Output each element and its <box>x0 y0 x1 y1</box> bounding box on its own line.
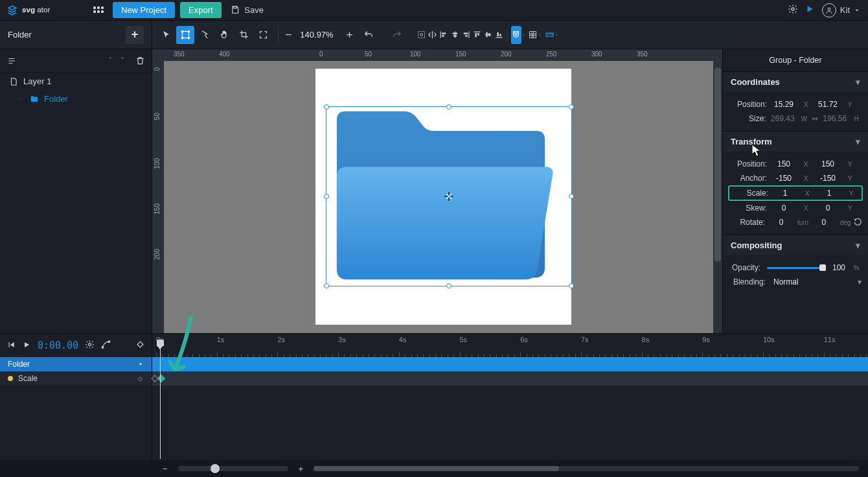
main-area: ˅ ˄ Layer 1 Folder 350400050100150200250… <box>0 49 868 333</box>
logo[interactable]: svgator <box>6 5 67 16</box>
coordinates-header[interactable]: Coordinates▾ <box>723 72 868 92</box>
collapse-down-icon[interactable]: ˅ <box>104 56 117 65</box>
play-button[interactable] <box>22 340 31 351</box>
svg-point-11 <box>420 34 423 36</box>
chevron-down-icon[interactable] <box>522 32 525 38</box>
tr-anchor-y[interactable]: -150 <box>814 174 842 183</box>
coord-pos-x[interactable]: 15.29 <box>770 100 798 109</box>
canvas-vertical-scrollbar[interactable] <box>713 61 722 333</box>
timeline-settings-icon[interactable] <box>85 340 95 351</box>
track-body-folder[interactable] <box>152 357 868 371</box>
anchor-cross-icon <box>444 192 453 201</box>
timeline-ruler[interactable]: 0s1s2s3s4s5s6s7s8s9s10s11s <box>152 334 868 357</box>
layer-row-layer1[interactable]: Layer 1 <box>0 73 152 90</box>
zoom-in-button[interactable] <box>340 26 358 44</box>
snap-magnet-icon[interactable] <box>511 26 521 44</box>
fit-tool[interactable] <box>254 26 272 44</box>
align-bottom-icon[interactable] <box>494 26 504 44</box>
keyframe-solid[interactable] <box>157 375 166 383</box>
tr-rot-turn[interactable]: 0 <box>768 218 795 227</box>
zoom-out-tl[interactable]: − <box>163 464 168 474</box>
track-body-scale[interactable] <box>152 371 868 386</box>
play-preview-icon[interactable] <box>801 5 818 16</box>
collapse-up-icon[interactable]: ˄ <box>117 56 129 65</box>
pan-tool[interactable] <box>215 26 233 44</box>
chevron-down-icon[interactable] <box>555 32 558 38</box>
coord-size-h[interactable]: 196.56 <box>821 114 849 123</box>
tr-pos-y[interactable]: 150 <box>814 159 842 169</box>
coord-size-w[interactable]: 269.43 <box>769 114 797 123</box>
go-start-button[interactable] <box>6 340 16 351</box>
flip-h-icon[interactable] <box>428 26 437 44</box>
zoom-value[interactable]: 140.97% <box>294 30 339 40</box>
tr-anchor-x[interactable]: -150 <box>770 174 798 183</box>
tr-skew-x[interactable]: 0 <box>770 204 798 213</box>
svg-rect-27 <box>496 37 503 38</box>
playhead[interactable] <box>160 345 161 459</box>
align-top-icon[interactable] <box>472 26 482 44</box>
top-bar: svgator New Project Export Save Kit <box>0 0 868 21</box>
ruler-icon[interactable] <box>544 26 554 44</box>
svg-point-32 <box>102 347 104 349</box>
selection-box[interactable] <box>326 106 572 286</box>
grid-icon[interactable] <box>528 26 538 44</box>
zoom-out-button[interactable] <box>278 26 293 44</box>
undo-button[interactable] <box>360 26 378 44</box>
coord-pos-y[interactable]: 51.72 <box>814 100 842 109</box>
svg-point-3 <box>792 8 794 10</box>
tr-scale-x[interactable]: 1 <box>771 189 799 198</box>
new-project-button[interactable]: New Project <box>113 2 175 18</box>
transform-header[interactable]: Transform▾ <box>723 132 868 152</box>
tr-skew-y[interactable]: 0 <box>814 204 842 213</box>
tr-pos-x[interactable]: 150 <box>770 159 798 169</box>
svg-rect-21 <box>474 32 481 32</box>
add-layer-button[interactable]: + <box>126 26 144 44</box>
timeline-zoom-slider[interactable] <box>178 466 288 471</box>
easing-icon[interactable] <box>101 340 111 351</box>
opacity-slider[interactable] <box>767 267 823 269</box>
chevron-down-icon[interactable] <box>538 32 541 38</box>
align-center-icon[interactable] <box>450 26 460 44</box>
compositing-header[interactable]: Compositing▾ <box>723 235 868 255</box>
keyframe-toggle-icon[interactable] <box>135 340 145 351</box>
canvas[interactable]: 350400050100150200250300350 050100150200 <box>152 49 722 333</box>
user-menu[interactable]: Kit <box>822 3 860 17</box>
snap-object-icon[interactable] <box>417 26 426 44</box>
rotate-handle-icon[interactable] <box>853 218 862 227</box>
zoom-in-tl[interactable]: + <box>299 464 304 474</box>
timeline-horizontal-scrollbar[interactable] <box>314 466 859 471</box>
timeline-time[interactable]: 0:00.00 <box>38 340 78 351</box>
node-tool[interactable] <box>196 26 214 44</box>
tr-scale-y[interactable]: 1 <box>815 189 843 198</box>
ruler-corner <box>152 49 164 61</box>
crop-tool[interactable] <box>234 26 253 44</box>
timeline-empty-body <box>0 386 868 460</box>
svg-point-31 <box>89 343 91 346</box>
align-left-icon[interactable] <box>439 26 448 44</box>
export-button[interactable]: Export <box>180 2 222 18</box>
track-head-scale[interactable]: Scale <box>0 371 152 386</box>
svg-rect-25 <box>486 32 488 38</box>
transform-tool[interactable] <box>176 26 194 44</box>
tr-rot-deg[interactable]: 0 <box>810 218 838 227</box>
align-right-icon[interactable] <box>461 26 471 44</box>
redo-button[interactable] <box>388 26 406 44</box>
blending-select[interactable]: Normal <box>768 277 799 286</box>
list-icon[interactable] <box>6 56 17 65</box>
save-button[interactable]: Save <box>227 3 270 17</box>
opacity-value[interactable]: 100 <box>829 263 849 272</box>
settings-gear-icon[interactable] <box>784 4 801 16</box>
save-icon <box>231 5 240 14</box>
svg-point-6 <box>181 30 183 32</box>
svg-rect-34 <box>137 342 143 347</box>
svg-rect-20 <box>465 35 468 37</box>
apps-grid-icon[interactable] <box>93 6 104 14</box>
svg-point-4 <box>828 8 830 10</box>
svg-rect-19 <box>464 32 468 34</box>
layer-row-folder[interactable]: Folder <box>0 90 152 108</box>
trash-icon[interactable] <box>135 56 145 65</box>
track-head-folder[interactable]: Folder <box>0 357 152 371</box>
select-tool[interactable] <box>157 26 175 44</box>
add-keyframe-icon[interactable] <box>137 375 144 382</box>
align-middle-icon[interactable] <box>483 26 493 44</box>
